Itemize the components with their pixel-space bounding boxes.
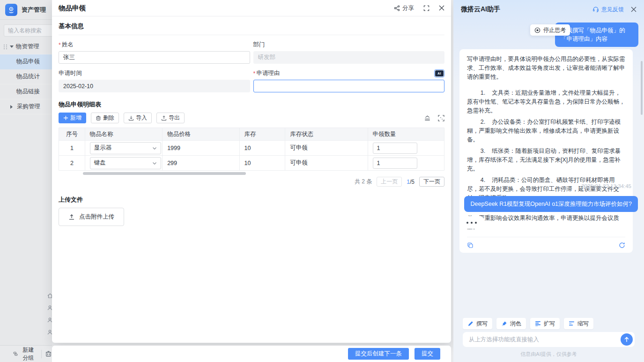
ai-message-input[interactable]	[463, 332, 635, 347]
table-row: 2 键盘 299 10 可申领	[59, 155, 444, 170]
compose-chip[interactable]: 撰写	[463, 318, 492, 329]
import-button[interactable]: 导入	[124, 113, 152, 123]
app-root: 资产管理 物资管理 物品申领 物品统计 物品链接 采购管理	[0, 0, 644, 362]
close-icon	[631, 7, 637, 12]
add-row-button[interactable]: 新增	[59, 113, 86, 123]
cell-status: 可申领	[285, 156, 368, 170]
nav-tree: 物资管理 物品申领 物品统计 物品链接 采购管理	[0, 39, 52, 114]
table-fullscreen-icon[interactable]	[438, 115, 444, 121]
sidebar-search	[4, 24, 52, 37]
table-toolbar: 新增 删除 导入 导出	[59, 113, 444, 123]
department-input	[253, 51, 445, 64]
nav-group-purchase[interactable]: 采购管理	[0, 99, 52, 114]
user-icon	[47, 317, 52, 323]
page-indicator: 1/5	[407, 179, 415, 185]
chat-scrollbar[interactable]	[641, 61, 643, 115]
fullscreen-icon	[423, 5, 429, 11]
expand-lines-icon	[535, 321, 541, 326]
sidebar-item-item-stats[interactable]: 物品统计	[0, 69, 52, 84]
name-label: 姓名	[62, 41, 74, 49]
cell-price: 1999	[163, 141, 239, 155]
fullscreen-button[interactable]	[423, 5, 429, 11]
scrollbar-thumb[interactable]	[83, 172, 246, 175]
regenerate-button[interactable]	[619, 242, 625, 249]
ai-reply-intro: 写申请理由时，要具体说明申领办公用品的必要性，从实际需求、工作效率、成本效益等角…	[467, 55, 625, 82]
plus-icon	[63, 115, 68, 121]
close-ai-panel-button[interactable]	[631, 7, 637, 12]
current-page: 1	[407, 179, 410, 185]
search-input[interactable]	[4, 24, 52, 37]
col-header-name: 物品名称	[85, 128, 163, 140]
arrow-up-icon	[624, 337, 629, 342]
prev-page-button[interactable]: 上一页	[377, 177, 402, 187]
chat-area: 停止思考 帮我撰写「物品申领」的「申请理由」内容 写申请理由时，要具体说明申领办…	[453, 19, 644, 318]
nav-item-label: 物品链接	[16, 88, 40, 96]
upload-section-label: 上传文件	[59, 196, 444, 204]
upload-button-label: 点击附件上传	[79, 213, 114, 221]
polish-chip[interactable]: 润色	[496, 318, 526, 329]
stop-thinking-button[interactable]: 停止思考	[530, 24, 570, 36]
item-name-select[interactable]: 显示器	[90, 142, 161, 154]
refresh-icon	[619, 242, 625, 249]
new-group-button[interactable]: 新建分组	[13, 346, 36, 362]
submit-and-next-button[interactable]: 提交后创建下一条	[348, 348, 409, 360]
name-input[interactable]	[59, 51, 250, 64]
ai-panel-header: 微搭云AI助手 意见反馈	[453, 0, 644, 19]
sidebar-item-item-apply[interactable]: 物品申领	[0, 54, 52, 69]
chevron-down-icon[interactable]	[10, 45, 14, 48]
upload-attachment-button[interactable]: 点击附件上传	[59, 208, 124, 226]
copy-button[interactable]	[467, 242, 474, 249]
col-header-qty: 申领数量	[368, 128, 444, 140]
apply-time-input	[59, 80, 250, 92]
ai-reply-item: 2.办公设备类：办公室打印机频繁卡纸、打印字迹模糊，严重影响文件输出效率，维修成…	[467, 118, 625, 144]
chevron-right-icon[interactable]	[10, 105, 13, 109]
qty-input[interactable]	[373, 143, 417, 154]
col-header-stock: 库存	[240, 128, 286, 140]
import-icon	[128, 115, 134, 121]
required-marker: *	[59, 42, 61, 48]
chip-label: 撰写	[476, 320, 488, 328]
cell-stock: 10	[240, 156, 286, 170]
send-button[interactable]	[621, 333, 633, 346]
typing-indicator	[459, 216, 484, 229]
export-button[interactable]: 导出	[156, 113, 185, 123]
sidebar-item-item-link[interactable]: 物品链接	[0, 84, 52, 99]
message-timestamp: 2025-01-22 13:34:45	[581, 183, 631, 189]
cell-price: 299	[163, 156, 239, 170]
item-text: 办公设备类：办公室打印机频繁卡纸、打印字迹模糊，严重影响文件输出效率，维修成本过…	[467, 119, 621, 143]
nav-group-material[interactable]: 物资管理	[0, 39, 52, 54]
pen-icon	[467, 321, 474, 327]
drag-handle-icon[interactable]	[4, 45, 7, 49]
item-name-select[interactable]: 键盘	[90, 157, 161, 169]
qty-input[interactable]	[373, 158, 417, 169]
share-icon	[394, 5, 400, 11]
app-title: 资产管理	[22, 6, 46, 14]
nav-item-label: 物品申领	[16, 58, 40, 66]
item-number: 3.	[481, 148, 485, 154]
ai-assist-toggle[interactable]: AI	[434, 69, 444, 77]
col-header-price: 物品价格	[163, 128, 239, 140]
reason-input[interactable]	[253, 80, 445, 92]
export-icon	[161, 115, 167, 121]
shorten-text-chip[interactable]: 缩写	[564, 318, 593, 329]
trash-icon	[96, 115, 101, 121]
ai-reply-card: 写申请理由时，要具体说明申领办公用品的必要性，从实际需求、工作效率、成本效益等角…	[459, 49, 633, 253]
item-text: 文具类：近期业务量激增，文件处理量大幅提升，原有中性笔、笔记本等文具存量告急，为…	[467, 90, 625, 114]
section-basic-info: 基本信息	[59, 16, 444, 35]
close-modal-button[interactable]	[439, 5, 444, 11]
share-button[interactable]: 分享	[394, 4, 414, 12]
home-icon	[47, 293, 52, 299]
feedback-button[interactable]: 意见反馈	[592, 6, 624, 14]
total-count: 共 2 条	[355, 178, 372, 186]
collapse-toolbar-icon[interactable]	[424, 115, 431, 121]
delete-label: 删除	[103, 114, 114, 122]
recycle-bin-icon[interactable]	[45, 350, 52, 357]
select-value: 显示器	[94, 144, 112, 152]
field-reason: * 申请理由 AI	[253, 70, 445, 92]
detail-table: 序号 物品名称 物品价格 库存 库存状态 申领数量 1 显示器 199	[59, 128, 444, 171]
delete-row-button[interactable]: 删除	[91, 113, 119, 123]
submit-button[interactable]: 提交	[415, 348, 440, 360]
expand-text-chip[interactable]: 扩写	[530, 318, 560, 329]
horizontal-scrollbar[interactable]	[59, 172, 444, 175]
next-page-button[interactable]: 下一页	[419, 177, 444, 187]
